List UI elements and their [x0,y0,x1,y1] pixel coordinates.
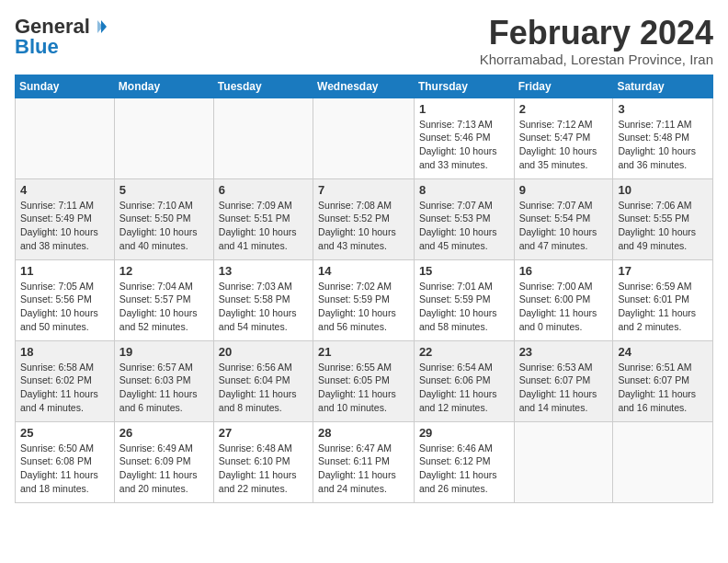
day-info: Sunrise: 6:51 AM Sunset: 6:07 PM Dayligh… [618,361,708,415]
calendar-cell: 21Sunrise: 6:55 AM Sunset: 6:05 PM Dayli… [313,340,415,421]
calendar-cell: 1Sunrise: 7:13 AM Sunset: 5:46 PM Daylig… [414,98,514,178]
day-info: Sunrise: 6:57 AM Sunset: 6:03 PM Dayligh… [119,361,209,415]
day-number: 13 [219,264,308,278]
calendar-cell: 2Sunrise: 7:12 AM Sunset: 5:47 PM Daylig… [514,98,613,178]
day-number: 11 [20,264,109,278]
day-number: 26 [119,426,209,440]
calendar-cell: 18Sunrise: 6:58 AM Sunset: 6:02 PM Dayli… [16,340,115,421]
day-number: 24 [618,345,708,359]
day-info: Sunrise: 7:13 AM Sunset: 5:46 PM Dayligh… [419,118,509,172]
day-info: Sunrise: 7:10 AM Sunset: 5:50 PM Dayligh… [119,199,209,253]
calendar-cell [514,421,613,502]
weekday-header-tuesday: Tuesday [213,75,313,98]
calendar-cell: 6Sunrise: 7:09 AM Sunset: 5:51 PM Daylig… [213,178,313,259]
calendar-week-2: 4Sunrise: 7:11 AM Sunset: 5:49 PM Daylig… [16,178,713,259]
calendar-cell [313,98,415,178]
day-info: Sunrise: 6:59 AM Sunset: 6:01 PM Dayligh… [618,280,708,334]
day-number: 8 [419,183,509,197]
day-number: 10 [618,183,708,197]
day-number: 28 [318,426,409,440]
month-year: February 2024 [480,15,713,52]
day-number: 22 [419,345,509,359]
weekday-header-wednesday: Wednesday [313,75,415,98]
day-number: 16 [519,264,609,278]
day-info: Sunrise: 6:48 AM Sunset: 6:10 PM Dayligh… [219,442,308,496]
day-info: Sunrise: 7:11 AM Sunset: 5:48 PM Dayligh… [618,118,708,172]
calendar-cell: 10Sunrise: 7:06 AM Sunset: 5:55 PM Dayli… [613,178,713,259]
day-number: 20 [219,345,308,359]
day-info: Sunrise: 6:46 AM Sunset: 6:12 PM Dayligh… [419,442,509,496]
day-info: Sunrise: 7:07 AM Sunset: 5:54 PM Dayligh… [519,199,609,253]
calendar-cell: 5Sunrise: 7:10 AM Sunset: 5:50 PM Daylig… [114,178,213,259]
calendar-cell: 20Sunrise: 6:56 AM Sunset: 6:04 PM Dayli… [213,340,313,421]
day-number: 14 [318,264,409,278]
day-number: 9 [519,183,609,197]
calendar-cell: 26Sunrise: 6:49 AM Sunset: 6:09 PM Dayli… [114,421,213,502]
day-number: 18 [20,345,109,359]
calendar-week-3: 11Sunrise: 7:05 AM Sunset: 5:56 PM Dayli… [16,259,713,340]
location: Khorramabad, Lorestan Province, Iran [480,52,713,67]
calendar-cell: 15Sunrise: 7:01 AM Sunset: 5:59 PM Dayli… [414,259,514,340]
day-number: 17 [618,264,708,278]
day-number: 6 [219,183,308,197]
calendar-week-4: 18Sunrise: 6:58 AM Sunset: 6:02 PM Dayli… [16,340,713,421]
day-number: 19 [119,345,209,359]
title-block: February 2024 Khorramabad, Lorestan Prov… [480,15,713,67]
day-info: Sunrise: 7:00 AM Sunset: 6:00 PM Dayligh… [519,280,609,334]
logo-icon [92,18,108,35]
calendar-cell: 28Sunrise: 6:47 AM Sunset: 6:11 PM Dayli… [313,421,415,502]
day-info: Sunrise: 7:08 AM Sunset: 5:52 PM Dayligh… [318,199,409,253]
calendar-week-1: 1Sunrise: 7:13 AM Sunset: 5:46 PM Daylig… [16,98,713,178]
calendar-cell: 9Sunrise: 7:07 AM Sunset: 5:54 PM Daylig… [514,178,613,259]
day-info: Sunrise: 7:01 AM Sunset: 5:59 PM Dayligh… [419,280,509,334]
calendar-cell: 27Sunrise: 6:48 AM Sunset: 6:10 PM Dayli… [213,421,313,502]
day-info: Sunrise: 6:49 AM Sunset: 6:09 PM Dayligh… [119,442,209,496]
calendar-cell: 13Sunrise: 7:03 AM Sunset: 5:58 PM Dayli… [213,259,313,340]
day-info: Sunrise: 6:54 AM Sunset: 6:06 PM Dayligh… [419,361,509,415]
calendar-cell [613,421,713,502]
calendar-cell: 14Sunrise: 7:02 AM Sunset: 5:59 PM Dayli… [313,259,415,340]
day-info: Sunrise: 7:04 AM Sunset: 5:57 PM Dayligh… [119,280,209,334]
calendar-cell: 19Sunrise: 6:57 AM Sunset: 6:03 PM Dayli… [114,340,213,421]
weekday-header-thursday: Thursday [414,75,514,98]
weekday-header-saturday: Saturday [613,75,713,98]
logo-blue-text: Blue [15,35,59,59]
weekday-header-monday: Monday [114,75,213,98]
logo: General Blue [15,15,108,59]
calendar-cell: 4Sunrise: 7:11 AM Sunset: 5:49 PM Daylig… [16,178,115,259]
calendar-table: SundayMondayTuesdayWednesdayThursdayFrid… [15,75,713,503]
day-number: 2 [519,102,609,116]
day-info: Sunrise: 6:55 AM Sunset: 6:05 PM Dayligh… [318,361,409,415]
day-info: Sunrise: 6:50 AM Sunset: 6:08 PM Dayligh… [20,442,109,496]
page-header: General Blue February 2024 Khorramabad, … [15,15,713,67]
day-number: 15 [419,264,509,278]
weekday-header-sunday: Sunday [16,75,115,98]
calendar-cell: 23Sunrise: 6:53 AM Sunset: 6:07 PM Dayli… [514,340,613,421]
day-info: Sunrise: 7:03 AM Sunset: 5:58 PM Dayligh… [219,280,308,334]
calendar-week-5: 25Sunrise: 6:50 AM Sunset: 6:08 PM Dayli… [16,421,713,502]
day-number: 25 [20,426,109,440]
day-number: 29 [419,426,509,440]
calendar-cell: 11Sunrise: 7:05 AM Sunset: 5:56 PM Dayli… [16,259,115,340]
calendar-cell [213,98,313,178]
weekday-row: SundayMondayTuesdayWednesdayThursdayFrid… [16,75,713,98]
day-info: Sunrise: 7:05 AM Sunset: 5:56 PM Dayligh… [20,280,109,334]
day-info: Sunrise: 6:47 AM Sunset: 6:11 PM Dayligh… [318,442,409,496]
day-number: 12 [119,264,209,278]
day-info: Sunrise: 7:06 AM Sunset: 5:55 PM Dayligh… [618,199,708,253]
calendar-cell: 8Sunrise: 7:07 AM Sunset: 5:53 PM Daylig… [414,178,514,259]
calendar-cell [114,98,213,178]
day-number: 21 [318,345,409,359]
day-info: Sunrise: 6:58 AM Sunset: 6:02 PM Dayligh… [20,361,109,415]
calendar-cell: 17Sunrise: 6:59 AM Sunset: 6:01 PM Dayli… [613,259,713,340]
calendar-cell: 25Sunrise: 6:50 AM Sunset: 6:08 PM Dayli… [16,421,115,502]
calendar-cell: 16Sunrise: 7:00 AM Sunset: 6:00 PM Dayli… [514,259,613,340]
calendar-header: SundayMondayTuesdayWednesdayThursdayFrid… [16,75,713,98]
calendar-cell: 7Sunrise: 7:08 AM Sunset: 5:52 PM Daylig… [313,178,415,259]
day-info: Sunrise: 7:11 AM Sunset: 5:49 PM Dayligh… [20,199,109,253]
calendar-cell: 3Sunrise: 7:11 AM Sunset: 5:48 PM Daylig… [613,98,713,178]
day-number: 1 [419,102,509,116]
calendar-cell: 29Sunrise: 6:46 AM Sunset: 6:12 PM Dayli… [414,421,514,502]
day-number: 5 [119,183,209,197]
day-number: 27 [219,426,308,440]
